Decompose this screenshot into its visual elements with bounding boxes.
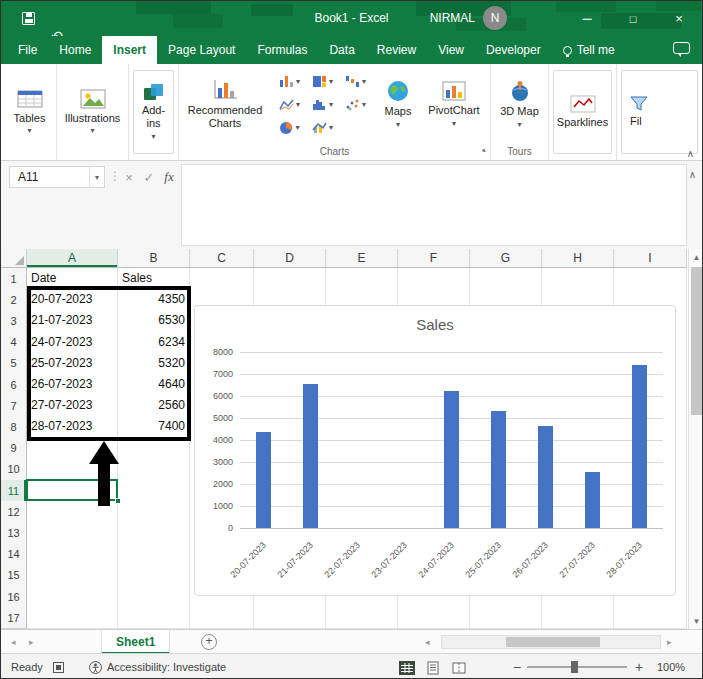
column-header-G[interactable]: G <box>470 249 542 268</box>
column-header-D[interactable]: D <box>254 249 326 268</box>
accessibility-icon[interactable] <box>89 654 102 679</box>
maximize-button[interactable]: □ <box>610 1 656 36</box>
row-header-3[interactable]: 3 <box>1 310 27 332</box>
zoom-in-button[interactable]: + <box>635 654 643 679</box>
account-name[interactable]: NIRMAL <box>430 1 475 36</box>
cell-A4[interactable]: 24-07-2023 <box>27 332 118 354</box>
cell-A17[interactable] <box>27 607 118 629</box>
name-box[interactable]: A11 ▾ <box>9 166 105 188</box>
ribbon-tab-review[interactable]: Review <box>366 36 427 64</box>
zoom-out-button[interactable]: − <box>513 654 521 679</box>
tables-button[interactable]: Tables ▾ <box>3 64 56 160</box>
column-header-E[interactable]: E <box>326 249 398 268</box>
column-header-I[interactable]: I <box>614 249 687 268</box>
cell-A5[interactable]: 25-07-2023 <box>27 353 118 375</box>
scroll-up-icon[interactable]: ▲ <box>689 249 703 265</box>
row-header-7[interactable]: 7 <box>1 395 27 417</box>
ribbon-tab-home[interactable]: Home <box>48 36 102 64</box>
chart-bar[interactable] <box>491 411 506 528</box>
insert-combo-chart-button[interactable]: ▾ <box>306 116 339 139</box>
cell-A7[interactable]: 27-07-2023 <box>27 395 118 417</box>
cell-F1[interactable] <box>398 268 470 290</box>
cell-G1[interactable] <box>470 268 542 290</box>
row-header-9[interactable]: 9 <box>1 438 27 460</box>
cell-A1[interactable]: Date <box>27 268 118 290</box>
vertical-scrollbar-thumb[interactable] <box>691 267 702 415</box>
cell-B11[interactable] <box>118 480 190 502</box>
chart-bar[interactable] <box>632 365 647 528</box>
cell-B12[interactable] <box>118 501 190 523</box>
cell-B16[interactable] <box>118 586 190 608</box>
cell-D1[interactable] <box>254 268 326 290</box>
vertical-scrollbar[interactable]: ▲ ▼ <box>688 249 703 629</box>
cell-A13[interactable] <box>27 522 118 544</box>
insert-statistic-chart-button[interactable]: ▾ <box>306 93 339 116</box>
cell-H17[interactable] <box>542 607 614 629</box>
ribbon-tab-developer[interactable]: Developer <box>475 36 552 64</box>
add-ins-button[interactable]: Add-ins ▾ <box>133 70 174 154</box>
cell-I17[interactable] <box>614 607 687 629</box>
embedded-chart[interactable]: Sales 0100020003000400050006000700080002… <box>194 305 676 596</box>
cell-B9[interactable] <box>118 438 190 460</box>
insert-hierarchy-chart-button[interactable]: ▾ <box>306 70 339 93</box>
insert-pie-chart-button[interactable]: ▾ <box>273 116 306 139</box>
row-header-16[interactable]: 16 <box>1 586 27 608</box>
ribbon-tab-tell-me[interactable]: Tell me <box>552 36 626 64</box>
name-box-dropdown-icon[interactable]: ▾ <box>89 167 104 187</box>
row-header-8[interactable]: 8 <box>1 416 27 438</box>
minimize-button[interactable]: ─ <box>564 1 610 36</box>
row-header-1[interactable]: 1 <box>1 268 27 290</box>
cell-B2[interactable]: 4350 <box>118 289 190 311</box>
normal-view-button[interactable] <box>397 659 417 676</box>
insert-line-chart-button[interactable]: ▾ <box>273 93 306 116</box>
horizontal-scrollbar[interactable] <box>441 635 661 649</box>
hscroll-left-icon[interactable]: ◂ <box>425 630 430 654</box>
cell-B14[interactable] <box>118 544 190 566</box>
cell-A6[interactable]: 26-07-2023 <box>27 374 118 396</box>
scroll-down-icon[interactable]: ▼ <box>689 613 703 629</box>
insert-scatter-chart-button[interactable]: ▾ <box>339 93 372 116</box>
cell-C17[interactable] <box>190 607 254 629</box>
ribbon-tab-page-layout[interactable]: Page Layout <box>157 36 246 64</box>
cell-F17[interactable] <box>398 607 470 629</box>
row-header-5[interactable]: 5 <box>1 353 27 375</box>
ribbon-tab-data[interactable]: Data <box>318 36 365 64</box>
insert-function-icon[interactable]: fx <box>159 166 179 188</box>
cell-B17[interactable] <box>118 607 190 629</box>
column-header-A[interactable]: A <box>27 249 118 268</box>
chart-bar[interactable] <box>256 432 271 528</box>
row-header-15[interactable]: 15 <box>1 565 27 587</box>
filters-button[interactable]: Fil <box>621 70 698 154</box>
chart-bar[interactable] <box>444 391 459 528</box>
insert-waterfall-chart-button[interactable]: ▾ <box>339 70 372 93</box>
chart-title[interactable]: Sales <box>195 316 675 333</box>
formula-input[interactable] <box>181 164 687 246</box>
ribbon-tab-insert[interactable]: Insert <box>102 36 157 64</box>
collapse-ribbon-icon[interactable]: ∧ <box>687 148 694 159</box>
column-header-B[interactable]: B <box>118 249 190 268</box>
accessibility-status[interactable]: Accessibility: Investigate <box>107 654 226 679</box>
cell-A2[interactable]: 20-07-2023 <box>27 289 118 311</box>
ribbon-tab-formulas[interactable]: Formulas <box>246 36 318 64</box>
cell-A15[interactable] <box>27 565 118 587</box>
row-header-11[interactable]: 11 <box>1 480 27 502</box>
horizontal-scrollbar-thumb[interactable] <box>506 637 600 647</box>
cell-A3[interactable]: 21-07-2023 <box>27 310 118 332</box>
row-header-4[interactable]: 4 <box>1 332 27 354</box>
chart-bar[interactable] <box>538 426 553 528</box>
cell-B1[interactable]: Sales <box>118 268 190 290</box>
cell-B13[interactable] <box>118 522 190 544</box>
maps-button[interactable]: Maps ▾ <box>375 64 421 145</box>
charts-dialog-launcher-icon[interactable]: ▸ <box>479 145 491 157</box>
row-header-13[interactable]: 13 <box>1 522 27 544</box>
cell-E17[interactable] <box>326 607 398 629</box>
page-break-view-button[interactable] <box>449 659 469 676</box>
row-header-12[interactable]: 12 <box>1 501 27 523</box>
formula-bar-collapse-icon[interactable]: ∧ <box>689 169 696 180</box>
column-header-H[interactable]: H <box>542 249 614 268</box>
cell-A8[interactable]: 28-07-2023 <box>27 416 118 438</box>
cell-H1[interactable] <box>542 268 614 290</box>
sparklines-button[interactable]: Sparklines <box>553 70 612 154</box>
select-all-corner[interactable] <box>1 249 27 268</box>
row-header-6[interactable]: 6 <box>1 374 27 396</box>
